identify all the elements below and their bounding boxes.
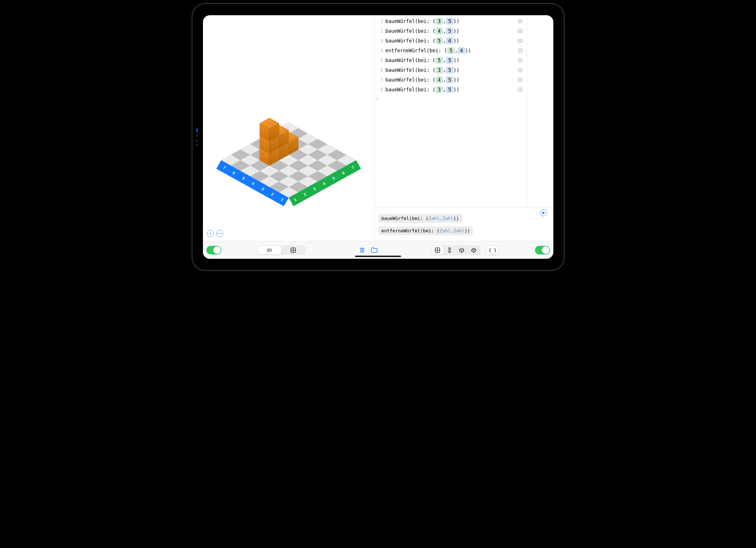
param-1[interactable]: 3 xyxy=(435,67,443,74)
info-button[interactable]: i xyxy=(207,230,214,237)
code-text: baueWürfel(bei: ( xyxy=(385,57,435,63)
trash-icon xyxy=(359,247,365,253)
code-editor[interactable]: 1baueWürfel(bei: ( 3 , 5 ))2baueWürfel(b… xyxy=(375,15,527,207)
param-1[interactable]: 5 xyxy=(447,47,455,54)
svg-rect-92 xyxy=(449,251,450,253)
display-mode-group[interactable] xyxy=(431,245,480,255)
param-1[interactable]: 3 xyxy=(435,86,443,93)
param-2[interactable]: 5 xyxy=(446,67,453,74)
param-2[interactable]: 4 xyxy=(458,47,465,54)
snippet-chip[interactable]: baueWürfel(bei: (Zahl,Zahl)) xyxy=(379,214,462,223)
code-line[interactable]: 8baueWürfel(bei: ( 3 , 5 )) xyxy=(375,85,527,95)
right-toggle[interactable] xyxy=(535,246,550,255)
line-number: 1 xyxy=(377,19,383,24)
param-1[interactable]: 5 xyxy=(435,57,443,64)
drag-handle-icon[interactable] xyxy=(518,19,523,23)
placeholder: Zahl,Zahl xyxy=(440,228,465,234)
code-text: baueWürfel(bei: ( xyxy=(385,87,435,93)
folder-icon xyxy=(371,247,378,253)
drag-handle-icon[interactable] xyxy=(518,29,523,33)
param-1[interactable]: 5 xyxy=(435,37,443,44)
mode-split-button[interactable] xyxy=(444,246,456,255)
code-line[interactable]: 7baueWürfel(bei: ( 4 , 5 )) xyxy=(375,75,527,85)
cube-outline-icon xyxy=(459,247,465,253)
code-pane: 1baueWürfel(bei: ( 3 , 5 ))2baueWürfel(b… xyxy=(375,15,553,241)
left-toggle[interactable] xyxy=(206,246,221,255)
code-line[interactable]: 4entferneWürfel(bei: ( 5 , 4 )) xyxy=(375,46,527,55)
open-button[interactable] xyxy=(370,246,379,255)
param-2[interactable]: 5 xyxy=(446,18,453,25)
play-icon xyxy=(542,212,545,214)
code-text: baueWürfel(bei: ( xyxy=(385,38,435,44)
code-line[interactable]: 2baueWürfel(bei: ( 4 , 5 )) xyxy=(375,26,527,36)
delete-button[interactable] xyxy=(358,246,367,255)
scene-3d-view[interactable]: 1234567 1234567 xyxy=(203,15,374,241)
code-text: baueWürfel(bei: ( xyxy=(385,18,435,24)
line-number: 7 xyxy=(377,77,383,83)
placeholder: Zahl,Zahl xyxy=(429,216,454,221)
cube-icon xyxy=(471,247,477,253)
code-text: baueWürfel(bei: ( xyxy=(385,67,435,73)
param-2[interactable]: 5 xyxy=(446,76,453,83)
param-1[interactable]: 4 xyxy=(435,28,443,34)
line-number: 6 xyxy=(377,68,383,73)
code-text: baueWürfel(bei: ( xyxy=(385,77,435,83)
code-line[interactable]: 5baueWürfel(bei: ( 5 , 5 )) xyxy=(375,55,527,65)
ipad-side-buttons xyxy=(196,128,198,146)
param-2[interactable]: 5 xyxy=(446,57,453,64)
mode-cube-outline-button[interactable] xyxy=(456,246,468,255)
insert-cursor-icon: ↳ xyxy=(376,96,527,102)
param-1[interactable]: 3 xyxy=(435,18,443,25)
snippet-chip[interactable]: entferneWürfel(bei: (Zahl,Zahl)) xyxy=(379,226,473,235)
code-text: entferneWürfel(bei: ( xyxy=(385,48,447,53)
app-screen: 1234567 1234567 i ⋯ 1bau xyxy=(203,15,553,259)
mode-grid-button[interactable] xyxy=(431,246,444,255)
snippet-area: baueWürfel(bei: (Zahl,Zahl))entferneWürf… xyxy=(375,208,553,241)
drag-handle-icon[interactable] xyxy=(518,39,523,43)
drag-handle-icon[interactable] xyxy=(518,49,523,53)
view-grid-tab[interactable] xyxy=(281,246,305,255)
drag-handle-icon[interactable] xyxy=(518,58,523,62)
braces-button[interactable]: { } xyxy=(487,246,499,255)
braces-icon: { } xyxy=(489,248,496,253)
line-number: 5 xyxy=(377,58,383,63)
svg-marker-84 xyxy=(542,212,545,214)
code-text: baueWürfel(bei: ( xyxy=(385,28,435,34)
grid-icon xyxy=(291,248,296,253)
svg-rect-91 xyxy=(449,248,450,250)
ipad-frame: 1234567 1234567 i ⋯ 1bau xyxy=(191,3,565,271)
param-1[interactable]: 4 xyxy=(435,76,443,83)
code-line[interactable]: 1baueWürfel(bei: ( 3 , 5 )) xyxy=(375,16,527,26)
drag-handle-icon[interactable] xyxy=(518,68,523,72)
home-indicator[interactable] xyxy=(355,256,401,257)
line-number: 2 xyxy=(377,28,383,34)
braces-group[interactable]: { } xyxy=(486,245,499,255)
code-line[interactable]: 3baueWürfel(bei: ( 5 , 4 )) xyxy=(375,36,527,46)
grid-icon xyxy=(435,248,440,253)
run-button[interactable] xyxy=(540,210,547,216)
more-button[interactable]: ⋯ xyxy=(216,230,223,237)
result-sidebar xyxy=(527,15,553,207)
line-number: 8 xyxy=(377,87,383,93)
split-icon xyxy=(447,248,452,253)
param-2[interactable]: 5 xyxy=(446,28,453,34)
param-2[interactable]: 4 xyxy=(446,37,453,44)
line-number: 3 xyxy=(377,38,383,44)
scene-pane: 1234567 1234567 i ⋯ xyxy=(203,15,375,241)
info-icon: i xyxy=(210,231,211,236)
mode-cube-button[interactable] xyxy=(468,246,480,255)
line-number: 4 xyxy=(377,48,383,53)
view-3d-tab[interactable]: 3D xyxy=(258,246,281,255)
view-mode-segmented[interactable]: 3D xyxy=(257,245,306,255)
drag-handle-icon[interactable] xyxy=(518,78,523,82)
code-line[interactable]: 6baueWürfel(bei: ( 3 , 5 )) xyxy=(375,65,527,75)
view-3d-label: 3D xyxy=(267,248,272,253)
drag-handle-icon[interactable] xyxy=(518,88,523,92)
param-2[interactable]: 5 xyxy=(446,86,453,93)
